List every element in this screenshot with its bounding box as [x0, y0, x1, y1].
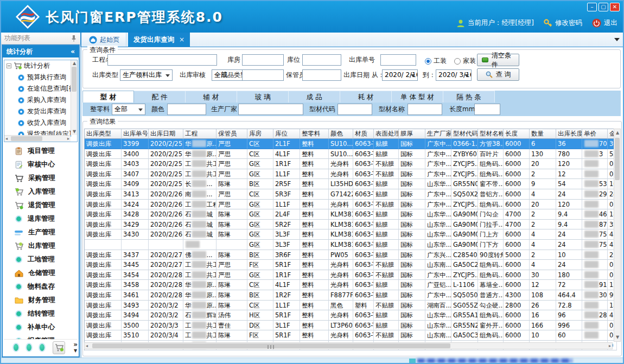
- toolbar-dot-icon[interactable]: [27, 344, 31, 351]
- search-button[interactable]: 查 询: [477, 68, 519, 81]
- sidebar-item-财务管理[interactable]: 财务管理: [4, 293, 78, 307]
- toolbar-cart-button[interactable]: [53, 341, 65, 354]
- column-header-长度[interactable]: 长度: [504, 129, 530, 139]
- table-row[interactable]: 调拨出库34942020/3/2石辉城汤伟H区5R1F整料光身料6063-T5贴…: [85, 310, 616, 321]
- tree-item-收货入库查询[interactable]: 收货入库查询: [4, 117, 77, 129]
- column-header-单价[interactable]: 单价: [582, 129, 608, 139]
- order-no-input[interactable]: [380, 54, 416, 66]
- date-from-select[interactable]: 2020/ 2/16: [382, 69, 418, 81]
- tree-item-在途信息查询[待[interactable]: 在途信息查询[待: [4, 83, 77, 94]
- table-vscroll-thumb[interactable]: [615, 138, 620, 180]
- column-header-颜色[interactable]: 颜色: [329, 129, 353, 139]
- column-header-出库日期[interactable]: 出库日期: [149, 129, 183, 139]
- tree-root-statistics[interactable]: 统计分析: [4, 60, 77, 72]
- maximize-button[interactable]: ▢: [598, 3, 608, 11]
- column-header-数量[interactable]: 数量: [530, 129, 556, 139]
- sidebar-item-报废管理[interactable]: 报废管理: [4, 334, 78, 339]
- material-tab-玻璃[interactable]: 玻 璃: [237, 91, 289, 103]
- scroll-down-icon[interactable]: ▼: [616, 334, 619, 341]
- manufacturer-input[interactable]: [238, 104, 303, 115]
- table-row[interactable]: 调拨出库34612020/2/28华原...陈琳B区1R2F整料F8877FT6…: [85, 290, 616, 301]
- sidebar-item-仓储管理[interactable]: 仓储管理: [4, 266, 78, 280]
- tab-list-dropdown-icon[interactable]: [614, 38, 620, 44]
- table-row[interactable]: 调拨出库34132020/2/26南...严思C区5R3F整料G71422606…: [85, 189, 616, 200]
- pin-icon[interactable]: [71, 35, 77, 42]
- sidebar-item-审核中心[interactable]: 审核中心: [4, 158, 78, 171]
- table-row[interactable]: 调拨出库33992020/2/25华原...严思C区2L1F整料SU10...6…: [85, 139, 616, 149]
- table-row[interactable]: 调拨出库34932020/3/2华原...陈琳C区1L1F整料黑色塑料不贴膜国标…: [85, 301, 616, 311]
- column-header-保管员[interactable]: 保管员: [217, 129, 247, 139]
- profile-name-input[interactable]: [407, 104, 442, 115]
- clear-conditions-button[interactable]: 清空条件: [477, 54, 519, 66]
- radio-engineering[interactable]: 工装: [425, 56, 447, 66]
- table-row[interactable]: 调拨出库34372020/2/27佛...陈琳B区3R6F整料PW056063-…: [85, 250, 616, 260]
- column-header-生产厂家[interactable]: 生产厂家: [425, 129, 451, 139]
- column-header-出库长度[interactable]: 出库长度: [556, 129, 582, 139]
- table-row[interactable]: 调拨出库34092020/2/25长...陈琳B区2R5F整料LI35HD606…: [85, 179, 616, 189]
- column-header-膜厚[interactable]: 膜厚: [399, 129, 425, 139]
- material-tab-成品[interactable]: 成 品: [289, 91, 340, 103]
- radio-home[interactable]: 家装: [454, 56, 476, 66]
- close-tab-icon[interactable]: ×: [179, 36, 184, 43]
- scroll-left-icon[interactable]: ◂: [86, 343, 88, 349]
- length-input[interactable]: [474, 104, 500, 115]
- minimize-button[interactable]: –: [587, 3, 597, 11]
- material-tab-耗材[interactable]: 耗 材: [340, 91, 392, 103]
- sidebar-item-采购管理[interactable]: 采购管理: [4, 171, 78, 185]
- sidebar-item-生产管理[interactable]: 生产管理: [4, 226, 78, 239]
- sidebar-item-入库管理[interactable]: 入库管理: [4, 185, 78, 199]
- out-type-select[interactable]: 生产领料出库: [120, 69, 173, 81]
- material-tab-型材[interactable]: 型 材: [82, 91, 134, 103]
- tree-item-发货出库查询[interactable]: 发货出库查询: [4, 106, 77, 117]
- tab-home[interactable]: 起始页: [82, 33, 126, 47]
- table-row[interactable]: 调拨出库35102020/3/4工共工程陈琳F区5R1F整料光身料6063-T5…: [85, 330, 616, 341]
- date-to-select[interactable]: 2020/ 3/16: [436, 69, 472, 81]
- product-type-input[interactable]: [242, 69, 284, 81]
- keeper-input[interactable]: [302, 69, 341, 81]
- material-tab-单体型材[interactable]: 单 体 型 材: [392, 91, 443, 103]
- tree-vscroll-thumb[interactable]: [72, 67, 77, 92]
- tree-vertical-scrollbar[interactable]: ▲ ▼: [71, 60, 77, 135]
- toolbar-dot-icon[interactable]: [14, 344, 18, 351]
- material-tab-隔热条[interactable]: 隔 热 条: [443, 91, 495, 103]
- column-header-表面处理[interactable]: 表面处理: [374, 129, 399, 139]
- table-row[interactable]: 调拨出库34542020/2/28工共工程严思G区1R1F整料光身料6063-T…: [85, 270, 616, 280]
- change-password-button[interactable]: 修改密码: [544, 18, 582, 28]
- table-row[interactable]: 调拨出库34002020/2/25华原...严思C区4L1F整料SU10...6…: [85, 149, 616, 159]
- table-row[interactable]: 调拨出库34072020/2/25工共工程严思G区1L1F整料光身料6063-T…: [85, 169, 616, 180]
- tree-item-采购入库查询[interactable]: 采购入库查询: [4, 94, 77, 106]
- sidebar-item-项目管理[interactable]: 项目管理: [4, 144, 78, 158]
- whole-part-select[interactable]: 全部: [112, 104, 145, 115]
- column-header-库房[interactable]: 库房: [247, 129, 273, 139]
- column-header-出库类型[interactable]: 出库类型: [85, 129, 122, 139]
- location-input[interactable]: [302, 54, 341, 66]
- color-input[interactable]: [167, 104, 206, 115]
- table-row[interactable]: 调拨出库34452020/2/27工共工程严思F区5R1F整料光身料6063-T…: [85, 260, 616, 270]
- column-header-出库单号[interactable]: 出库单号: [122, 129, 149, 139]
- table-row[interactable]: 调拨出库34282020/2/26石城陈琳G区2L4F整料KLM38176063…: [85, 209, 616, 220]
- close-button[interactable]: ✕: [610, 3, 620, 11]
- column-header-型材代码[interactable]: 型材代码: [451, 129, 478, 139]
- material-tab-配件[interactable]: 配 件: [134, 91, 186, 103]
- project-name-input[interactable]: [107, 54, 217, 66]
- column-header-整零料[interactable]: 整零料: [300, 129, 329, 139]
- tree-hscroll-thumb[interactable]: [11, 136, 42, 141]
- toolbar-dot-icon[interactable]: [40, 344, 44, 351]
- section-header-statistics[interactable]: 统计分析 «: [3, 46, 79, 58]
- column-header-型材名称[interactable]: 型材名称: [478, 129, 504, 139]
- tree-horizontal-scrollbar[interactable]: ◂ ▸: [4, 135, 71, 142]
- table-row[interactable]: 调拨出库35002020/3/3工共工程曹佳D区3L1F整料LT3P606063…: [85, 321, 616, 331]
- table-horizontal-scrollbar[interactable]: ◂ ▸: [84, 342, 613, 349]
- warehouse-input[interactable]: [242, 54, 284, 66]
- table-row[interactable]: 调拨出库34582020/2/28华原...陈琳C区4L1F整料光身料6063-…: [85, 280, 616, 290]
- table-row[interactable]: 调拨出库34292020/2/26石城陈琳G区5R2F整料KLM38176063…: [85, 220, 616, 230]
- table-row[interactable]: 调拨出库34242020/2/26工工程严思G区1L1F整料光身料6063-T5…: [85, 200, 616, 210]
- tab-shipment-outbound-query[interactable]: 发货出库查询 ×: [128, 33, 190, 47]
- scroll-up-icon[interactable]: ▲: [616, 130, 619, 136]
- logout-button[interactable]: 退出: [592, 18, 617, 28]
- column-header-库位[interactable]: 库位: [273, 129, 300, 139]
- table-row[interactable]: G区3L3F整料KLM38176063-T5贴膜国标山东华...GA90M09.…: [85, 240, 616, 250]
- sidebar-item-退货管理[interactable]: 退货管理: [4, 199, 78, 212]
- sidebar-item-补单中心[interactable]: 补单中心: [4, 321, 78, 334]
- toolbar-more-button[interactable]: »▼: [73, 342, 78, 354]
